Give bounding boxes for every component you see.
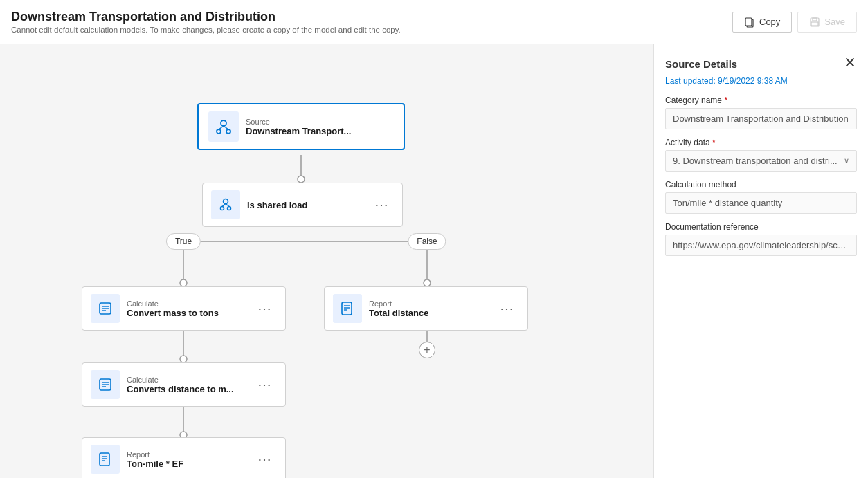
condition-node-menu[interactable]: ⋯ — [369, 195, 394, 214]
panel-title: Source Details — [665, 58, 737, 70]
canvas-area: Source Downstream Transport... Is shared… — [0, 44, 653, 478]
svg-point-23 — [224, 199, 228, 204]
source-node-icon — [208, 111, 239, 142]
header-left: Downstream Transportation and Distributi… — [11, 10, 401, 34]
doc-value: https://www.epa.gov/climateleadership/sc… — [665, 235, 857, 256]
total-distance-content: Report Total distance — [369, 300, 487, 318]
svg-point-25 — [228, 207, 231, 210]
false-branch-label: False — [408, 233, 446, 250]
convert-mass-content: Calculate Convert mass to tons — [127, 300, 245, 318]
page-header: Downstream Transportation and Distributi… — [0, 0, 868, 44]
right-panel: Source Details Last updated: 9/19/2022 9… — [653, 44, 868, 478]
condition-node-content: Is shared load — [247, 200, 362, 210]
svg-rect-3 — [813, 18, 817, 21]
condition-node-title: Is shared load — [247, 200, 362, 210]
activity-dropdown[interactable]: 9. Downstream transportation and distri.… — [665, 150, 857, 172]
converts-distance-label: Calculate — [127, 376, 245, 384]
page-title: Downstream Transportation and Distributi… — [11, 10, 401, 24]
svg-point-15 — [424, 279, 431, 286]
copy-icon — [744, 17, 755, 28]
source-node[interactable]: Source Downstream Transport... — [197, 103, 405, 150]
source-node-label: Source — [246, 118, 394, 126]
svg-point-19 — [217, 129, 221, 134]
svg-rect-1 — [745, 18, 752, 26]
total-distance-icon — [333, 294, 362, 323]
header-actions: Copy Save — [732, 12, 857, 33]
total-distance-menu[interactable]: ⋯ — [494, 299, 519, 318]
converts-distance-menu[interactable]: ⋯ — [252, 375, 277, 394]
svg-rect-4 — [811, 22, 818, 26]
total-distance-node[interactable]: Report Total distance ⋯ — [324, 286, 528, 331]
save-icon — [809, 17, 820, 28]
svg-line-26 — [222, 204, 226, 207]
svg-point-18 — [221, 120, 226, 126]
total-distance-title: Total distance — [369, 308, 487, 318]
condition-node-icon — [211, 190, 240, 219]
condition-node[interactable]: Is shared load ⋯ — [202, 183, 403, 227]
svg-line-21 — [219, 126, 224, 129]
convert-mass-icon — [91, 294, 120, 323]
ton-mile-node[interactable]: Report Ton-mile * EF ⋯ — [82, 437, 286, 478]
save-label: Save — [824, 17, 845, 27]
convert-mass-label: Calculate — [127, 300, 245, 308]
source-node-title: Downstream Transport... — [246, 126, 394, 136]
true-branch-label: True — [166, 233, 201, 250]
plus-button-false[interactable]: + — [419, 342, 435, 358]
svg-point-14 — [180, 279, 187, 286]
svg-point-24 — [221, 207, 224, 210]
converts-distance-node[interactable]: Calculate Converts distance to m... ⋯ — [82, 362, 286, 407]
ton-mile-icon — [91, 445, 120, 474]
ton-mile-content: Report Ton-mile * EF — [127, 450, 245, 469]
total-distance-label: Report — [369, 300, 487, 308]
svg-rect-40 — [100, 453, 109, 466]
svg-point-16 — [180, 356, 187, 362]
svg-line-27 — [226, 204, 229, 207]
converts-distance-content: Calculate Converts distance to m... — [127, 376, 245, 394]
calculation-value: Ton/mile * distance quantity — [665, 192, 857, 214]
category-required: * — [724, 95, 727, 105]
svg-point-13 — [298, 176, 305, 183]
converts-distance-title: Converts distance to m... — [127, 384, 245, 394]
ton-mile-label: Report — [127, 450, 245, 459]
panel-header: Source Details — [665, 55, 857, 72]
category-value: Downstream Transportation and Distributi… — [665, 108, 857, 129]
panel-updated: Last updated: 9/19/2022 9:38 AM — [665, 76, 857, 86]
main-container: Source Downstream Transport... Is shared… — [0, 44, 868, 478]
calculation-label: Calculation method — [665, 180, 857, 190]
converts-distance-icon — [91, 370, 120, 399]
source-node-content: Source Downstream Transport... — [246, 118, 394, 136]
convert-mass-menu[interactable]: ⋯ — [252, 299, 277, 318]
copy-button[interactable]: Copy — [732, 12, 792, 33]
activity-required: * — [712, 138, 716, 147]
copy-label: Copy — [759, 17, 780, 27]
svg-point-20 — [226, 129, 230, 134]
close-icon — [844, 57, 856, 68]
category-label: Category name * — [665, 95, 857, 105]
doc-label: Documentation reference — [665, 222, 857, 232]
save-button[interactable]: Save — [797, 12, 857, 33]
ton-mile-menu[interactable]: ⋯ — [252, 450, 277, 469]
activity-label: Activity data * — [665, 138, 857, 147]
activity-value: 9. Downstream transportation and distri.… — [673, 156, 838, 166]
ton-mile-title: Ton-mile * EF — [127, 459, 245, 469]
page-subtitle: Cannot edit default calculation models. … — [11, 26, 401, 34]
svg-line-22 — [224, 126, 228, 129]
convert-mass-title: Convert mass to tons — [127, 308, 245, 318]
close-button[interactable] — [843, 55, 857, 72]
svg-rect-32 — [342, 302, 352, 315]
convert-mass-node[interactable]: Calculate Convert mass to tons ⋯ — [82, 286, 286, 331]
chevron-down-icon: ∨ — [844, 156, 849, 165]
